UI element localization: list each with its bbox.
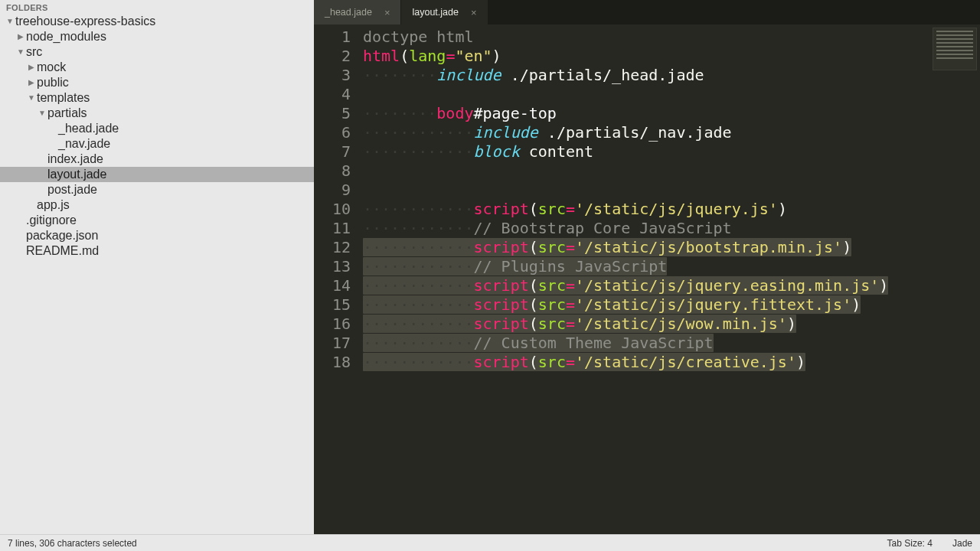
tree-label: _head.jade bbox=[58, 121, 119, 136]
token-attr: src bbox=[538, 315, 566, 333]
selection: ············// Plugins JavaScript bbox=[363, 257, 667, 276]
code-line[interactable]: ············block content bbox=[363, 142, 980, 161]
code-line[interactable] bbox=[363, 181, 980, 200]
folder-item[interactable]: ▶node_modules bbox=[0, 29, 314, 44]
token-str: '/static/js/bootstrap.min.js' bbox=[575, 238, 842, 256]
code-line[interactable]: ············script(src='/static/js/boots… bbox=[363, 238, 980, 257]
folder-item[interactable]: ▶public bbox=[0, 75, 314, 90]
token-comment: // Custom Theme JavaScript bbox=[474, 334, 714, 352]
file-item[interactable]: post.jade bbox=[0, 182, 314, 197]
selection: ············script(src='/static/js/creat… bbox=[363, 353, 805, 371]
status-syntax[interactable]: Jade bbox=[952, 538, 972, 549]
file-item[interactable]: _nav.jade bbox=[0, 136, 314, 152]
code-line[interactable]: ········include ./partials/_head.jade bbox=[363, 66, 980, 85]
token-key: script bbox=[474, 353, 529, 371]
chevron-down-icon[interactable]: ▼ bbox=[38, 106, 46, 121]
token-comment: // Plugins JavaScript bbox=[474, 257, 668, 276]
code-line[interactable]: ········body#page-top bbox=[363, 104, 980, 123]
status-selection: 7 lines, 306 characters selected bbox=[8, 538, 137, 549]
tree-label: package.json bbox=[26, 228, 98, 243]
file-item[interactable]: README.md bbox=[0, 243, 314, 259]
code-line[interactable]: ············include ./partials/_nav.jade bbox=[363, 123, 980, 142]
close-icon[interactable]: × bbox=[384, 7, 390, 18]
token-attr: lang bbox=[409, 47, 446, 65]
chevron-down-icon[interactable]: ▼ bbox=[17, 44, 24, 60]
code-line[interactable]: ············script(src='/static/js/creat… bbox=[363, 353, 980, 372]
folder-tree[interactable]: ▼treehouse-express-basics▶node_modules▼s… bbox=[0, 14, 314, 534]
code-line[interactable]: ············script(src='/static/js/wow.m… bbox=[363, 315, 980, 334]
line-number: 7 bbox=[314, 142, 351, 161]
editor-body[interactable]: 123456789101112131415161718 doctype html… bbox=[314, 24, 980, 534]
close-icon[interactable]: × bbox=[471, 7, 477, 18]
code-line[interactable]: ············// Bootstrap Core JavaScript bbox=[363, 219, 980, 238]
token-include: include bbox=[474, 123, 538, 142]
token-pad: ············ bbox=[363, 200, 474, 218]
tab[interactable]: layout.jade× bbox=[401, 0, 488, 24]
token-str: '/static/js/wow.min.js' bbox=[575, 315, 787, 333]
token-attr: src bbox=[538, 200, 566, 218]
code-area[interactable]: doctype htmlhtml(lang="en")········inclu… bbox=[358, 24, 980, 534]
code-line[interactable] bbox=[363, 161, 980, 181]
chevron-down-icon[interactable]: ▼ bbox=[28, 90, 35, 106]
file-item[interactable]: layout.jade bbox=[0, 167, 314, 182]
token-include: include bbox=[436, 66, 501, 84]
tree-label: app.js bbox=[37, 197, 70, 213]
file-item[interactable]: _head.jade bbox=[0, 121, 314, 136]
folder-item[interactable]: ▼templates bbox=[0, 90, 314, 106]
token-pad: ········ bbox=[363, 104, 436, 122]
tab[interactable]: _head.jade× bbox=[314, 0, 401, 24]
line-number: 6 bbox=[314, 123, 351, 142]
folder-item[interactable]: ▼src bbox=[0, 44, 314, 60]
token-plain: content bbox=[520, 142, 593, 161]
token-eq: = bbox=[566, 238, 575, 256]
token-paren: ( bbox=[400, 47, 409, 65]
code-line[interactable]: ············script(src='/static/js/jquer… bbox=[363, 200, 980, 219]
line-number: 14 bbox=[314, 276, 351, 295]
token-plain: ./partials/_nav.jade bbox=[538, 123, 732, 142]
token-eq: = bbox=[566, 315, 575, 333]
editor-area: _head.jade×layout.jade× 1234567891011121… bbox=[314, 0, 980, 534]
folder-item[interactable]: ▶mock bbox=[0, 60, 314, 75]
code-line[interactable]: ············// Plugins JavaScript bbox=[363, 257, 980, 276]
token-paren: ( bbox=[529, 295, 538, 314]
chevron-right-icon[interactable]: ▶ bbox=[17, 29, 24, 44]
code-line[interactable]: doctype html bbox=[363, 28, 980, 47]
code-line[interactable]: ············script(src='/static/js/jquer… bbox=[363, 276, 980, 295]
line-number: 9 bbox=[314, 181, 351, 200]
tree-label: treehouse-express-basics bbox=[15, 14, 155, 29]
code-line[interactable]: html(lang="en") bbox=[363, 47, 980, 66]
status-tab-size[interactable]: Tab Size: 4 bbox=[887, 538, 933, 549]
token-pad: ············ bbox=[363, 142, 474, 161]
selection: ············script(src='/static/js/jquer… bbox=[363, 295, 861, 314]
chevron-down-icon[interactable]: ▼ bbox=[6, 14, 14, 29]
chevron-right-icon[interactable]: ▶ bbox=[28, 75, 35, 90]
file-item[interactable]: package.json bbox=[0, 228, 314, 243]
tree-label: post.jade bbox=[47, 182, 97, 197]
token-key: script bbox=[474, 276, 529, 295]
token-pad: ············ bbox=[363, 219, 474, 237]
file-item[interactable]: index.jade bbox=[0, 152, 314, 167]
chevron-right-icon[interactable]: ▶ bbox=[28, 60, 35, 75]
line-number: 8 bbox=[314, 161, 351, 181]
code-line[interactable]: ············script(src='/static/js/jquer… bbox=[363, 295, 980, 315]
tab-label: layout.jade bbox=[412, 7, 458, 18]
folder-item[interactable]: ▼partials bbox=[0, 106, 314, 121]
tab-label: _head.jade bbox=[325, 7, 372, 18]
token-pad: ············ bbox=[363, 295, 474, 314]
code-line[interactable] bbox=[363, 85, 980, 104]
tree-label: .gitignore bbox=[26, 213, 77, 228]
tree-label: mock bbox=[37, 60, 66, 75]
file-item[interactable]: .gitignore bbox=[0, 213, 314, 228]
code-line[interactable]: ············// Custom Theme JavaScript bbox=[363, 334, 980, 353]
token-eq: = bbox=[446, 47, 455, 65]
token-eq: = bbox=[566, 276, 575, 295]
file-item[interactable]: app.js bbox=[0, 197, 314, 213]
folder-item[interactable]: ▼treehouse-express-basics bbox=[0, 14, 314, 29]
tab-bar[interactable]: _head.jade×layout.jade× bbox=[314, 0, 980, 24]
token-include: block bbox=[474, 142, 520, 161]
token-eq: = bbox=[566, 353, 575, 371]
line-number: 18 bbox=[314, 353, 351, 372]
token-paren: ) bbox=[879, 276, 888, 295]
minimap[interactable] bbox=[933, 28, 977, 70]
token-str: '/static/js/creative.js' bbox=[575, 353, 796, 371]
